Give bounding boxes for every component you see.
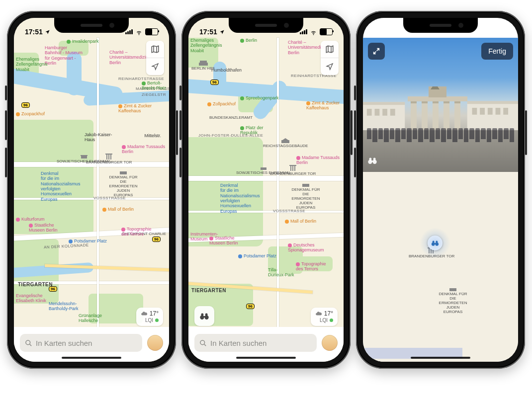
monument-label: BUNDESKANZLERAMT	[209, 115, 253, 120]
poi-label[interactable]: Jakob-Kaiser- Haus	[85, 132, 112, 143]
cell-signal-icon	[474, 29, 482, 34]
poi-label[interactable]: Ehemaliges Zellengefängnis Moabit	[16, 57, 48, 72]
expand-button[interactable]	[368, 43, 385, 60]
svg-rect-43	[411, 101, 417, 103]
home-indicator[interactable]	[411, 357, 470, 359]
svg-rect-21	[205, 314, 208, 317]
poi-label[interactable]: Madame Tussauds Berlin	[122, 144, 165, 155]
svg-rect-28	[375, 109, 380, 116]
svg-rect-6	[120, 171, 127, 174]
route-shield: 96	[21, 102, 30, 108]
locate-me-button[interactable]	[146, 58, 164, 75]
poi-label[interactable]: Topographie des Terrors	[121, 227, 152, 237]
svg-rect-62	[436, 241, 438, 243]
svg-rect-45	[433, 101, 439, 103]
poi-label[interactable]: Grünanlage Hallesche	[79, 313, 102, 323]
svg-rect-19	[203, 316, 206, 318]
location-services-icon	[219, 29, 225, 35]
search-placeholder: In Karten suchen	[210, 339, 266, 347]
svg-point-7	[26, 340, 30, 344]
poi-label[interactable]: Charité – Universitätsmedizin Berlin	[109, 50, 148, 65]
home-indicator[interactable]	[236, 357, 296, 359]
locate-me-button[interactable]	[321, 58, 339, 75]
poi-label[interactable]: Tilla- Durieux-Park	[268, 267, 294, 278]
map-mode-button[interactable]	[321, 41, 339, 58]
monument-label: DENKMAL FÜR DIE ERMORDETEN JUDEN EUROPAS	[108, 169, 138, 197]
phone-2: 17:51 96 96 TIER	[181, 11, 351, 369]
poi-label[interactable]: Potsdamer Platz	[238, 253, 276, 258]
svg-rect-9	[200, 61, 207, 63]
aqi-indicator-icon	[330, 319, 333, 322]
monument-label: BRANDENBURGER TOR	[270, 165, 316, 176]
district-label: TIERGARTEN	[191, 288, 226, 293]
svg-rect-11	[261, 167, 266, 170]
svg-rect-33	[488, 108, 493, 115]
search-input[interactable]: In Karten suchen	[194, 334, 317, 352]
status-time: 17:51	[199, 28, 217, 36]
home-indicator[interactable]	[62, 357, 121, 359]
svg-rect-46	[443, 101, 449, 103]
status-time: 17:52	[374, 28, 392, 36]
svg-rect-29	[382, 109, 387, 116]
monument-label: REICHSTAGSGEBÄUDE	[263, 138, 308, 148]
poi-label[interactable]: Mittelstr.	[144, 133, 161, 138]
poi-label[interactable]: Denkmal für die im Nationalsozialismus v…	[220, 183, 260, 214]
phone-1: 17:51	[7, 11, 176, 369]
poi-label[interactable]: Bertolt- Brecht-Platz	[142, 80, 166, 91]
lookaround-location-puck[interactable]	[428, 236, 443, 250]
poi-label[interactable]: Zollpackhof	[207, 101, 236, 106]
poi-label[interactable]: Denkmal für die im Nationalsozialismus v…	[41, 171, 81, 202]
poi-label[interactable]: Evangelische Elisabeth Klinik	[16, 293, 46, 304]
search-input[interactable]: In Karten suchen	[20, 334, 142, 352]
poi-label[interactable]: Zimt & Zucker Kaffeehaus	[306, 100, 340, 111]
route-shield: 96	[210, 80, 219, 85]
cell-signal-icon	[125, 29, 133, 34]
poi-label[interactable]: Mall of Berlin	[285, 219, 316, 224]
svg-rect-47	[454, 101, 460, 103]
route-shield: 96	[246, 304, 255, 309]
poi-label[interactable]: Platz der Republik	[240, 125, 264, 136]
svg-rect-50	[371, 160, 374, 162]
poi-label[interactable]: Madame Tussauds Berlin	[296, 155, 340, 165]
done-button[interactable]: Fertig	[481, 43, 513, 60]
poi-label[interactable]: Potsdamer Platz	[69, 239, 107, 243]
cell-signal-icon	[300, 29, 307, 34]
poi-label[interactable]: Staatliche Museen Berlin	[29, 223, 58, 233]
poi-label[interactable]: Deutsches Spionagemuseum	[288, 242, 324, 253]
poi-label[interactable]: Zimt & Zucker Kaffeehaus	[118, 103, 152, 114]
wifi-icon	[135, 28, 143, 36]
svg-rect-44	[422, 101, 428, 103]
poi-label[interactable]: Hamburger Bahnhof - Museum für Gegenwart…	[45, 45, 83, 66]
profile-avatar[interactable]	[147, 335, 163, 351]
poi-label[interactable]: Spreebogenpark	[240, 95, 279, 100]
monument-label: DENKMAL FÜR DIE ERMORDETEN JUDEN EUROPAS	[438, 286, 468, 314]
poi-label[interactable]: Kulturforum	[16, 217, 45, 222]
weather-badge[interactable]: 17° LQI	[136, 308, 163, 326]
poi-label[interactable]: Humboldthafen	[211, 68, 242, 73]
poi-label[interactable]: Topographie des Terrors	[296, 261, 326, 272]
aqi-indicator-icon	[155, 319, 159, 322]
svg-rect-51	[369, 158, 372, 161]
svg-rect-24	[363, 102, 405, 105]
wifi-icon	[310, 28, 317, 36]
map-mode-button[interactable]	[146, 41, 164, 58]
poi-label[interactable]: Instrumenten- Museum	[190, 232, 218, 242]
map-controls	[146, 41, 164, 75]
lookaround-button[interactable]	[194, 306, 214, 326]
cloud-icon	[141, 310, 148, 317]
location-services-icon	[394, 29, 399, 35]
poi-label[interactable]: Mall of Berlin	[102, 207, 134, 212]
monument-label: BRANDENBURGER TOR	[86, 154, 132, 164]
battery-icon	[494, 28, 507, 35]
profile-avatar[interactable]	[322, 335, 338, 351]
battery-icon	[145, 28, 158, 35]
weather-badge[interactable]: 17° LQI	[311, 308, 338, 326]
search-icon	[199, 339, 207, 347]
cloud-icon	[315, 310, 322, 317]
lookaround-viewport[interactable]: Fertig	[363, 38, 518, 172]
poi-label[interactable]: Mendelssohn- Bartholdy-Park	[49, 301, 79, 312]
map-view[interactable]: BRANDENBURGER TOR DENKMAL FÜR DIE ERMORD…	[363, 172, 518, 362]
brandenburg-gate-illustration	[408, 86, 467, 133]
poi-label[interactable]: Zoopackhof	[16, 111, 45, 116]
search-icon	[25, 339, 32, 347]
